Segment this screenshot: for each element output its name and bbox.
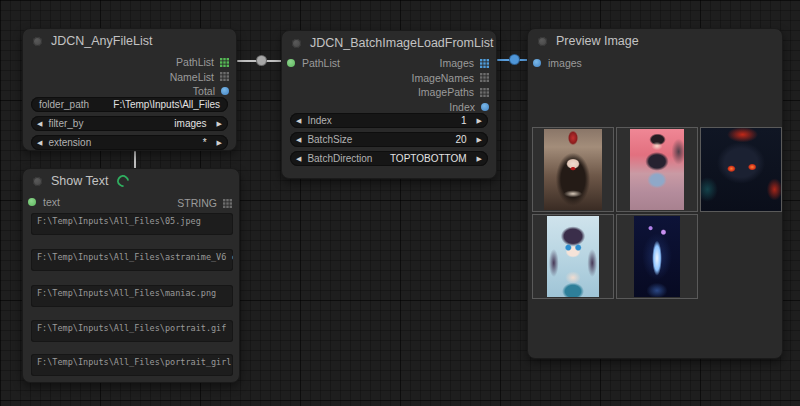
int-slot-dot-icon: [481, 103, 489, 111]
pysssss-swirl-badge-icon: [115, 173, 132, 190]
output-label: STRING: [177, 197, 217, 209]
output-slot-imagenames[interactable]: ImageNames: [282, 71, 496, 86]
list-grid-icon: [480, 88, 489, 97]
list-grid-icon: [220, 58, 229, 67]
list-grid-icon: [220, 72, 229, 81]
input-label: text: [43, 196, 60, 208]
increment-arrow-icon[interactable]: ▶: [217, 120, 222, 127]
preview-image-red-eyed-demon: [701, 128, 781, 211]
node-title: Preview Image: [556, 34, 639, 48]
list-grid-icon: [480, 73, 489, 82]
collapse-dot-icon[interactable]: [33, 177, 42, 186]
widget-folder-path[interactable]: folder_path F:\Temp\Inputs\All_Files: [31, 97, 228, 112]
input-slot-text[interactable]: text: [28, 196, 60, 208]
preview-image-cell[interactable]: [616, 127, 698, 212]
output-slot-imagepaths[interactable]: ImagePaths: [282, 85, 496, 100]
output-label: ImageNames: [412, 72, 474, 84]
widget-batchdirection[interactable]: ◀ BatchDirection TOPTOBOTTOM ▶: [290, 151, 488, 166]
link-images-midpoint[interactable]: [510, 55, 519, 64]
increment-arrow-icon[interactable]: ▶: [217, 139, 222, 146]
text-output-row[interactable]: F:\Temp\Inputs\All_Files\05.jpeg: [31, 213, 233, 235]
collapse-dot-icon[interactable]: [33, 37, 42, 46]
widget-filter-by[interactable]: ◀ filter_by images ▶: [31, 116, 228, 131]
node-jdcn-batchimageload[interactable]: JDCN_BatchImageLoadFromList PathList Ima…: [281, 30, 497, 179]
widget-value: 20: [455, 134, 466, 145]
input-slot-dot-icon: [28, 198, 36, 206]
widget-value: F:\Temp\Inputs\All_Files: [113, 99, 220, 110]
widget-index[interactable]: ◀ Index 1 ▶: [290, 113, 488, 128]
preview-image-cell[interactable]: [532, 214, 614, 299]
output-label: Images: [440, 57, 474, 69]
node-header[interactable]: JDCN_AnyFileList: [23, 29, 236, 53]
preview-image-cell[interactable]: [532, 127, 614, 212]
decrement-arrow-icon[interactable]: ◀: [296, 155, 301, 162]
decrement-arrow-icon[interactable]: ◀: [37, 120, 42, 127]
text-output-row[interactable]: F:\Temp\Inputs\All_Files\portrait_girl.w…: [31, 354, 233, 376]
collapse-dot-icon[interactable]: [538, 37, 547, 46]
text-output-row[interactable]: F:\Temp\Inputs\All_Files\maniac.png: [31, 285, 233, 307]
node-header[interactable]: Preview Image: [528, 29, 782, 53]
output-label: NameList: [170, 71, 214, 83]
link-pathlist-midpoint[interactable]: [257, 56, 266, 65]
preview-image-sunset-anime-girl: [630, 129, 684, 210]
output-slot-string[interactable]: STRING: [129, 196, 239, 211]
output-slot-namelist[interactable]: NameList: [23, 70, 236, 85]
link-showtext-wire: [134, 151, 136, 169]
widget-value: *: [203, 137, 207, 148]
list-grid-icon: [223, 199, 232, 208]
output-slot-images[interactable]: Images: [282, 56, 496, 71]
preview-image-cell[interactable]: [616, 214, 698, 299]
node-title: Show Text: [51, 174, 108, 188]
input-slot-dot-icon: [533, 59, 541, 67]
increment-arrow-icon[interactable]: ▶: [477, 155, 482, 162]
node-header[interactable]: Show Text: [23, 169, 239, 193]
preview-image-gothic-portrait: [544, 129, 602, 210]
widget-label: filter_by: [48, 118, 83, 129]
node-canvas[interactable]: JDCN_AnyFileList PathList NameList Total…: [0, 0, 800, 406]
preview-image-cell[interactable]: [700, 127, 782, 212]
text-output-row[interactable]: F:\Temp\Inputs\All_Files\portrait.gif: [31, 320, 233, 342]
collapse-dot-icon[interactable]: [292, 39, 301, 48]
widget-label: BatchDirection: [307, 153, 372, 164]
preview-image-blue-anime-girl: [547, 216, 599, 297]
text-output-row[interactable]: F:\Temp\Inputs\All_Files\astranime_V6 co…: [31, 249, 233, 271]
preview-image-electric-blue-figure: [634, 216, 680, 297]
widget-extension[interactable]: ◀ extension * ▶: [31, 135, 228, 150]
widget-label: extension: [48, 137, 91, 148]
output-slot-index[interactable]: Index: [282, 100, 496, 115]
widget-value: 1: [461, 115, 467, 126]
widget-label: Index: [307, 115, 331, 126]
output-label: Index: [449, 101, 475, 113]
node-title: JDCN_AnyFileList: [51, 34, 152, 48]
increment-arrow-icon[interactable]: ▶: [477, 117, 482, 124]
widget-batchsize[interactable]: ◀ BatchSize 20 ▶: [290, 132, 488, 147]
widget-label: folder_path: [39, 99, 89, 110]
widget-value: images: [174, 118, 206, 129]
output-label: Total: [193, 85, 215, 97]
decrement-arrow-icon[interactable]: ◀: [37, 139, 42, 146]
node-preview-image[interactable]: Preview Image images: [527, 28, 783, 359]
decrement-arrow-icon[interactable]: ◀: [296, 136, 301, 143]
list-grid-icon: [480, 59, 489, 68]
widget-label: BatchSize: [307, 134, 352, 145]
int-slot-dot-icon: [221, 87, 229, 95]
decrement-arrow-icon[interactable]: ◀: [296, 117, 301, 124]
node-header[interactable]: JDCN_BatchImageLoadFromList: [282, 31, 496, 55]
output-slot-pathlist[interactable]: PathList: [23, 55, 236, 70]
node-show-text[interactable]: Show Text text STRING F:\Temp\Inputs\All…: [22, 168, 240, 383]
node-title: JDCN_BatchImageLoadFromList: [310, 36, 493, 50]
output-label: ImagePaths: [418, 86, 474, 98]
widget-value: TOPTOBOTTOM: [390, 153, 467, 164]
input-label: images: [548, 57, 582, 69]
output-label: PathList: [176, 56, 214, 68]
node-jdcn-anyfilelist[interactable]: JDCN_AnyFileList PathList NameList Total…: [22, 28, 237, 151]
input-slot-images[interactable]: images: [533, 57, 582, 69]
increment-arrow-icon[interactable]: ▶: [477, 136, 482, 143]
